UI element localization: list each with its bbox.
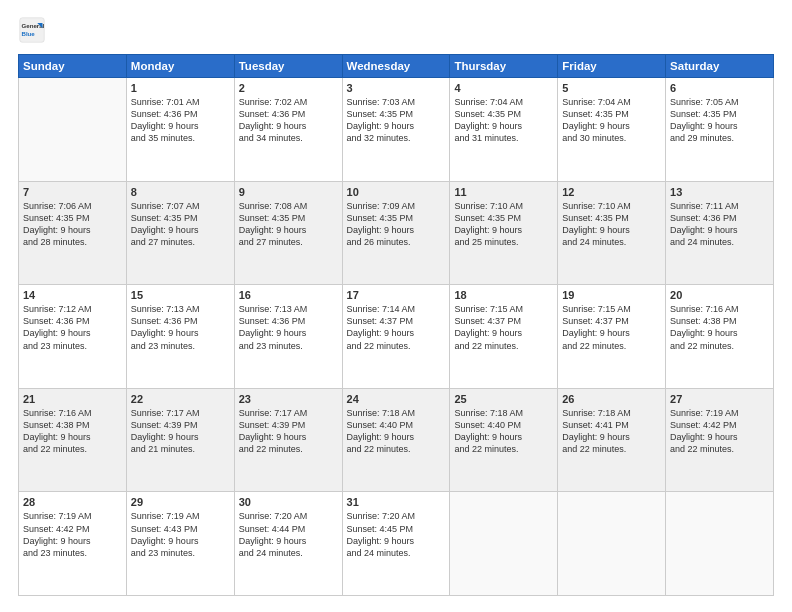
header-cell-monday: Monday xyxy=(126,55,234,78)
day-info: Sunrise: 7:02 AM Sunset: 4:36 PM Dayligh… xyxy=(239,96,338,145)
day-cell: 24Sunrise: 7:18 AM Sunset: 4:40 PM Dayli… xyxy=(342,388,450,492)
day-info: Sunrise: 7:10 AM Sunset: 4:35 PM Dayligh… xyxy=(454,200,553,249)
day-info: Sunrise: 7:17 AM Sunset: 4:39 PM Dayligh… xyxy=(131,407,230,456)
day-number: 17 xyxy=(347,289,446,301)
day-cell xyxy=(666,492,774,596)
day-number: 28 xyxy=(23,496,122,508)
logo: General Blue xyxy=(18,16,50,44)
day-number: 10 xyxy=(347,186,446,198)
day-info: Sunrise: 7:04 AM Sunset: 4:35 PM Dayligh… xyxy=(454,96,553,145)
day-number: 25 xyxy=(454,393,553,405)
day-cell: 15Sunrise: 7:13 AM Sunset: 4:36 PM Dayli… xyxy=(126,285,234,389)
day-number: 3 xyxy=(347,82,446,94)
day-info: Sunrise: 7:19 AM Sunset: 4:43 PM Dayligh… xyxy=(131,510,230,559)
day-number: 19 xyxy=(562,289,661,301)
day-info: Sunrise: 7:18 AM Sunset: 4:40 PM Dayligh… xyxy=(347,407,446,456)
week-row-2: 7Sunrise: 7:06 AM Sunset: 4:35 PM Daylig… xyxy=(19,181,774,285)
day-cell: 1Sunrise: 7:01 AM Sunset: 4:36 PM Daylig… xyxy=(126,78,234,182)
header-cell-thursday: Thursday xyxy=(450,55,558,78)
day-number: 21 xyxy=(23,393,122,405)
day-number: 11 xyxy=(454,186,553,198)
day-info: Sunrise: 7:11 AM Sunset: 4:36 PM Dayligh… xyxy=(670,200,769,249)
day-cell: 7Sunrise: 7:06 AM Sunset: 4:35 PM Daylig… xyxy=(19,181,127,285)
day-info: Sunrise: 7:18 AM Sunset: 4:40 PM Dayligh… xyxy=(454,407,553,456)
calendar-table: SundayMondayTuesdayWednesdayThursdayFrid… xyxy=(18,54,774,596)
day-cell: 19Sunrise: 7:15 AM Sunset: 4:37 PM Dayli… xyxy=(558,285,666,389)
day-cell: 13Sunrise: 7:11 AM Sunset: 4:36 PM Dayli… xyxy=(666,181,774,285)
day-cell: 4Sunrise: 7:04 AM Sunset: 4:35 PM Daylig… xyxy=(450,78,558,182)
day-info: Sunrise: 7:08 AM Sunset: 4:35 PM Dayligh… xyxy=(239,200,338,249)
day-info: Sunrise: 7:20 AM Sunset: 4:45 PM Dayligh… xyxy=(347,510,446,559)
day-number: 24 xyxy=(347,393,446,405)
day-cell: 22Sunrise: 7:17 AM Sunset: 4:39 PM Dayli… xyxy=(126,388,234,492)
day-cell: 17Sunrise: 7:14 AM Sunset: 4:37 PM Dayli… xyxy=(342,285,450,389)
day-info: Sunrise: 7:07 AM Sunset: 4:35 PM Dayligh… xyxy=(131,200,230,249)
day-number: 18 xyxy=(454,289,553,301)
header-cell-sunday: Sunday xyxy=(19,55,127,78)
logo-icon: General Blue xyxy=(18,16,46,44)
day-number: 12 xyxy=(562,186,661,198)
day-cell xyxy=(450,492,558,596)
day-info: Sunrise: 7:17 AM Sunset: 4:39 PM Dayligh… xyxy=(239,407,338,456)
day-number: 27 xyxy=(670,393,769,405)
day-number: 15 xyxy=(131,289,230,301)
day-cell xyxy=(19,78,127,182)
day-number: 2 xyxy=(239,82,338,94)
header-cell-friday: Friday xyxy=(558,55,666,78)
day-info: Sunrise: 7:13 AM Sunset: 4:36 PM Dayligh… xyxy=(131,303,230,352)
day-cell: 11Sunrise: 7:10 AM Sunset: 4:35 PM Dayli… xyxy=(450,181,558,285)
day-cell: 3Sunrise: 7:03 AM Sunset: 4:35 PM Daylig… xyxy=(342,78,450,182)
day-cell: 20Sunrise: 7:16 AM Sunset: 4:38 PM Dayli… xyxy=(666,285,774,389)
day-info: Sunrise: 7:10 AM Sunset: 4:35 PM Dayligh… xyxy=(562,200,661,249)
day-number: 4 xyxy=(454,82,553,94)
week-row-4: 21Sunrise: 7:16 AM Sunset: 4:38 PM Dayli… xyxy=(19,388,774,492)
day-info: Sunrise: 7:15 AM Sunset: 4:37 PM Dayligh… xyxy=(454,303,553,352)
week-row-5: 28Sunrise: 7:19 AM Sunset: 4:42 PM Dayli… xyxy=(19,492,774,596)
header: General Blue xyxy=(18,16,774,44)
day-info: Sunrise: 7:19 AM Sunset: 4:42 PM Dayligh… xyxy=(670,407,769,456)
day-cell: 23Sunrise: 7:17 AM Sunset: 4:39 PM Dayli… xyxy=(234,388,342,492)
week-row-3: 14Sunrise: 7:12 AM Sunset: 4:36 PM Dayli… xyxy=(19,285,774,389)
week-row-1: 1Sunrise: 7:01 AM Sunset: 4:36 PM Daylig… xyxy=(19,78,774,182)
day-cell: 31Sunrise: 7:20 AM Sunset: 4:45 PM Dayli… xyxy=(342,492,450,596)
day-info: Sunrise: 7:20 AM Sunset: 4:44 PM Dayligh… xyxy=(239,510,338,559)
day-number: 29 xyxy=(131,496,230,508)
day-info: Sunrise: 7:18 AM Sunset: 4:41 PM Dayligh… xyxy=(562,407,661,456)
day-number: 14 xyxy=(23,289,122,301)
day-cell: 25Sunrise: 7:18 AM Sunset: 4:40 PM Dayli… xyxy=(450,388,558,492)
day-cell: 10Sunrise: 7:09 AM Sunset: 4:35 PM Dayli… xyxy=(342,181,450,285)
day-number: 9 xyxy=(239,186,338,198)
day-number: 22 xyxy=(131,393,230,405)
day-info: Sunrise: 7:16 AM Sunset: 4:38 PM Dayligh… xyxy=(670,303,769,352)
day-info: Sunrise: 7:01 AM Sunset: 4:36 PM Dayligh… xyxy=(131,96,230,145)
day-cell: 6Sunrise: 7:05 AM Sunset: 4:35 PM Daylig… xyxy=(666,78,774,182)
day-number: 16 xyxy=(239,289,338,301)
day-number: 1 xyxy=(131,82,230,94)
day-number: 5 xyxy=(562,82,661,94)
day-cell: 30Sunrise: 7:20 AM Sunset: 4:44 PM Dayli… xyxy=(234,492,342,596)
day-number: 30 xyxy=(239,496,338,508)
day-info: Sunrise: 7:09 AM Sunset: 4:35 PM Dayligh… xyxy=(347,200,446,249)
header-row: SundayMondayTuesdayWednesdayThursdayFrid… xyxy=(19,55,774,78)
day-info: Sunrise: 7:06 AM Sunset: 4:35 PM Dayligh… xyxy=(23,200,122,249)
day-number: 23 xyxy=(239,393,338,405)
day-info: Sunrise: 7:19 AM Sunset: 4:42 PM Dayligh… xyxy=(23,510,122,559)
day-cell: 9Sunrise: 7:08 AM Sunset: 4:35 PM Daylig… xyxy=(234,181,342,285)
day-number: 31 xyxy=(347,496,446,508)
day-number: 7 xyxy=(23,186,122,198)
day-number: 20 xyxy=(670,289,769,301)
day-info: Sunrise: 7:03 AM Sunset: 4:35 PM Dayligh… xyxy=(347,96,446,145)
day-cell: 2Sunrise: 7:02 AM Sunset: 4:36 PM Daylig… xyxy=(234,78,342,182)
svg-text:Blue: Blue xyxy=(22,30,36,37)
day-cell: 29Sunrise: 7:19 AM Sunset: 4:43 PM Dayli… xyxy=(126,492,234,596)
day-info: Sunrise: 7:04 AM Sunset: 4:35 PM Dayligh… xyxy=(562,96,661,145)
day-info: Sunrise: 7:05 AM Sunset: 4:35 PM Dayligh… xyxy=(670,96,769,145)
day-info: Sunrise: 7:16 AM Sunset: 4:38 PM Dayligh… xyxy=(23,407,122,456)
day-number: 13 xyxy=(670,186,769,198)
page: General Blue SundayMondayTuesdayWednesda… xyxy=(0,0,792,612)
day-info: Sunrise: 7:14 AM Sunset: 4:37 PM Dayligh… xyxy=(347,303,446,352)
header-cell-saturday: Saturday xyxy=(666,55,774,78)
day-cell: 16Sunrise: 7:13 AM Sunset: 4:36 PM Dayli… xyxy=(234,285,342,389)
day-info: Sunrise: 7:13 AM Sunset: 4:36 PM Dayligh… xyxy=(239,303,338,352)
day-number: 6 xyxy=(670,82,769,94)
